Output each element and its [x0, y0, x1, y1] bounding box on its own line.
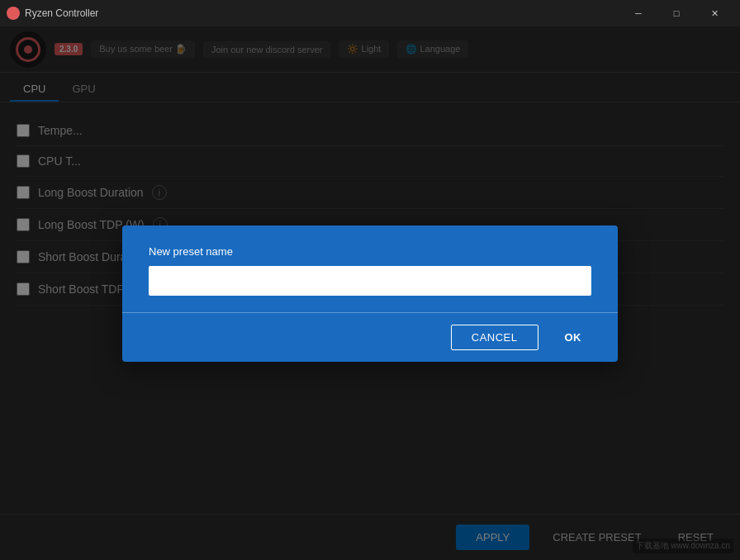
preset-name-input[interactable] — [149, 266, 591, 296]
modal-label: New preset name — [149, 245, 591, 258]
title-bar-controls: ─ □ ✕ — [619, 0, 733, 26]
title-bar: Ryzen Controller ─ □ ✕ — [0, 0, 740, 26]
maximize-button[interactable]: □ — [657, 0, 695, 26]
ok-button[interactable]: OK — [548, 325, 599, 349]
title-bar-title: Ryzen Controller — [25, 7, 98, 19]
modal-dialog: New preset name CANCEL OK — [122, 225, 618, 362]
app-content: 2.3.0 Buy us some beer 🍺 Join our new di… — [0, 26, 740, 560]
minimize-button[interactable]: ─ — [619, 0, 657, 26]
modal-backdrop: New preset name CANCEL OK — [0, 26, 740, 560]
close-button[interactable]: ✕ — [695, 0, 733, 26]
modal-body: New preset name — [122, 225, 618, 312]
cancel-button[interactable]: CANCEL — [451, 325, 538, 350]
modal-footer: CANCEL OK — [122, 313, 618, 362]
title-bar-left: Ryzen Controller — [7, 7, 98, 20]
app-icon — [7, 7, 20, 20]
